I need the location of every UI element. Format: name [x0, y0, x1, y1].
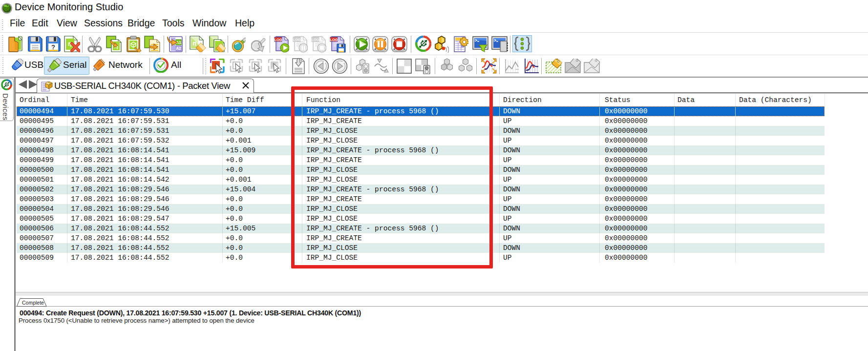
svg-text:LOG: LOG: [293, 38, 300, 42]
svg-text:LOG: LOG: [330, 38, 338, 42]
svg-text:LOG: LOG: [274, 38, 282, 42]
svg-text:?: ?: [51, 43, 55, 51]
svg-text:A2: A2: [176, 46, 181, 51]
svg-text:LOG: LOG: [311, 38, 319, 42]
